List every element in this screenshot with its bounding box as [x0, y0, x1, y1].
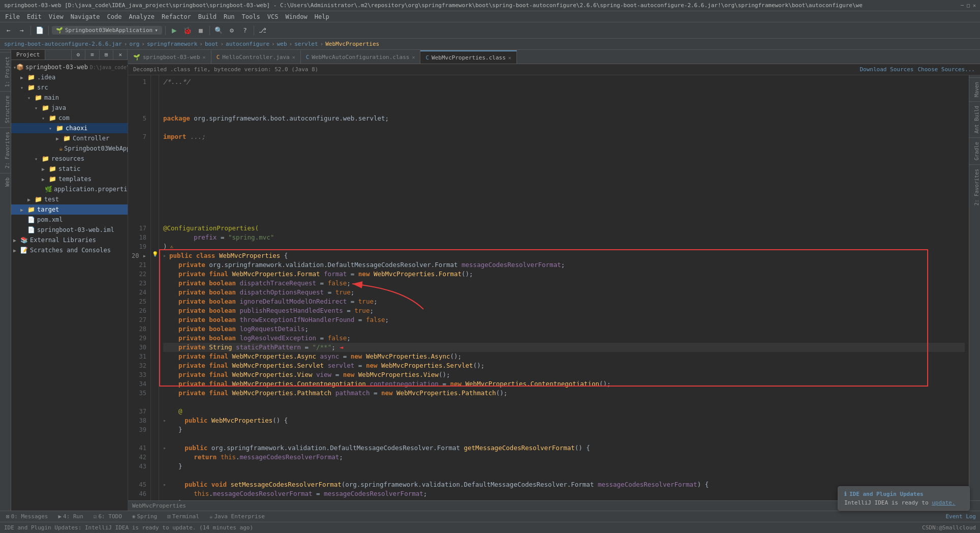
tab-webmvcauto[interactable]: C WebMvcAutoConfiguration.class ✕ [301, 50, 421, 64]
tab-terminal[interactable]: ⊡ Terminal [165, 512, 201, 521]
tab-gradle[interactable]: Gradle [969, 137, 981, 164]
git-btn[interactable]: ⎇ [257, 25, 268, 36]
notif-title-text: IDE and Plugin Updates [849, 491, 924, 497]
gutter-bulb-20[interactable]: 💡 [151, 249, 159, 258]
code-line-18: prefix = "spring.mvc" [163, 233, 965, 242]
settings-btn[interactable]: ⚙ [226, 25, 237, 36]
tab-run[interactable]: ▶ 4: Run [56, 512, 85, 521]
tree-item-scratches[interactable]: ▶ 📝 Scratches and Consoles [11, 245, 128, 255]
menu-refactor[interactable]: Refactor [159, 12, 194, 21]
tab-web[interactable]: Web [0, 173, 11, 191]
tree-item-idea[interactable]: ▶ 📁 .idea [11, 72, 128, 82]
minimize-btn[interactable]: ─ [961, 3, 964, 8]
breadcrumb-springframework[interactable]: springframework [147, 41, 197, 47]
ln-blank-11 [128, 169, 150, 178]
menu-run[interactable]: Run [221, 12, 238, 21]
tab-maven[interactable]: Maven [969, 77, 981, 101]
tree-item-appprops[interactable]: ▶ 🌿 application.properties [11, 184, 128, 194]
tree-item-main[interactable]: ▾ 📁 main [11, 93, 128, 103]
download-sources-btn[interactable]: Download Sources [860, 66, 913, 73]
breadcrumb-web[interactable]: web [277, 41, 287, 47]
tab-todo[interactable]: ☑ 6: TODO [91, 512, 124, 521]
choose-sources-btn[interactable]: Choose Sources... [917, 66, 975, 73]
run-btn[interactable]: ▶ [169, 25, 180, 36]
tab-favorites-right[interactable]: 2: Favorites [969, 164, 981, 210]
breadcrumb-class[interactable]: WebMvcProperties [325, 41, 379, 47]
help-btn[interactable]: ? [239, 25, 251, 36]
menu-code[interactable]: Code [104, 12, 125, 21]
menu-window[interactable]: Window [282, 12, 310, 21]
menu-edit[interactable]: Edit [24, 12, 45, 21]
code-content[interactable]: /*...*/ package org.springframework.boot… [159, 75, 969, 500]
back-btn[interactable]: ← [3, 25, 14, 36]
fold-20[interactable]: ▸ [163, 251, 169, 260]
code-line-27: private boolean throwExceptionIfNoHandle… [163, 315, 965, 324]
window-controls[interactable]: ─ □ ✕ [961, 3, 976, 8]
tree-item-test[interactable]: ▶ 📁 test [11, 194, 128, 204]
tree-item-src[interactable]: ▾ 📁 src [11, 82, 128, 93]
tree-item-chaoxi[interactable]: ▾ 📁 chaoxi [11, 123, 128, 133]
close-btn[interactable]: ✕ [973, 3, 976, 8]
panel-sort-btn[interactable]: ≡ [85, 50, 100, 60]
tree-item-com[interactable]: ▾ 📁 com [11, 113, 128, 123]
tab-messages[interactable]: ⊠ 0: Messages [4, 512, 50, 521]
fold-45[interactable]: ▸ [163, 480, 169, 489]
tree-item-static[interactable]: ▶ 📁 static [11, 164, 128, 174]
project-tab[interactable]: Project [11, 50, 45, 60]
tab-spring[interactable]: ❀ Spring [130, 512, 159, 521]
tab-favorites[interactable]: 2: Favorites [0, 127, 11, 172]
tree-item-target[interactable]: ▶ 📁 target [11, 204, 128, 215]
tab-structure[interactable]: Structure [0, 91, 11, 127]
breadcrumb-org[interactable]: org [129, 41, 139, 47]
stop-btn[interactable]: ■ [195, 25, 206, 36]
fold-41[interactable]: ▸ [163, 443, 169, 453]
debug-btn[interactable]: 🐞 [182, 25, 193, 36]
maximize-btn[interactable]: □ [967, 3, 970, 8]
app-selector[interactable]: 🌱 Springboot03WebApplication ▾ [52, 26, 162, 35]
breadcrumb-autoconfigure[interactable]: autoconfigure [226, 41, 269, 47]
menu-file[interactable]: File [2, 12, 23, 21]
forward-btn[interactable]: → [16, 25, 27, 36]
tab-webmvcprops[interactable]: C WebMvcProperties.class ✕ [420, 50, 516, 64]
tab-ant-build[interactable]: Ant Build [969, 101, 981, 137]
menu-vcs[interactable]: VCS [264, 12, 282, 21]
tree-item-java[interactable]: ▾ 📁 java [11, 103, 128, 113]
menu-analyze[interactable]: Analyze [126, 12, 158, 21]
tree-item-controller[interactable]: ▶ 📁 Controller [11, 133, 128, 143]
breadcrumb-jar[interactable]: spring-boot-autoconfigure-2.6.6.jar [4, 41, 122, 47]
breadcrumb-servlet[interactable]: servlet [294, 41, 318, 47]
tree-item-templates[interactable]: ▶ 📁 templates [11, 174, 128, 184]
tree-item-extlibs[interactable]: ▶ 📚 External Libraries [11, 235, 128, 245]
menu-build[interactable]: Build [195, 12, 220, 21]
tree-item-root[interactable]: ▾ 📦 springboot-03-web D:\java_code\IDEA_… [11, 62, 128, 72]
tab-close-webmvcauto[interactable]: ✕ [412, 54, 415, 60]
panel-expand-btn[interactable]: ⊞ [100, 50, 114, 60]
fold-38[interactable]: ▸ [163, 416, 169, 425]
tree-item-iml[interactable]: ▶ 📄 springboot-03-web.iml [11, 225, 128, 235]
notif-link[interactable]: update. [932, 499, 955, 506]
field-async: async [320, 352, 340, 361]
breadcrumb-boot[interactable]: boot [205, 41, 219, 47]
tab-hello-controller[interactable]: C HelloController.java ✕ [211, 50, 301, 64]
recent-files-btn[interactable]: 📄 [34, 25, 45, 36]
menu-view[interactable]: View [46, 12, 67, 21]
tab-close-project[interactable]: ✕ [203, 54, 206, 60]
tab-project[interactable]: 1: Project [0, 52, 11, 91]
tab-java-enterprise[interactable]: ☕ Java Enterprise [207, 512, 267, 521]
panel-config-btn[interactable]: ⚙ [71, 50, 86, 60]
tree-item-pom[interactable]: ▶ 📄 pom.xml [11, 215, 128, 225]
menu-navigate[interactable]: Navigate [68, 12, 103, 21]
search-everywhere-btn[interactable]: 🔍 [213, 25, 224, 36]
tab-springboot-project[interactable]: 🌱 springboot-03-web ✕ [128, 50, 211, 64]
tab-close-hello[interactable]: ✕ [292, 54, 295, 60]
eq-34: = [439, 379, 450, 389]
tab-close-webmvcprops[interactable]: ✕ [508, 55, 511, 61]
event-log-btn[interactable]: Event Log [945, 513, 976, 520]
tree-item-resources[interactable]: ▾ 📁 resources [11, 154, 128, 164]
tree-item-app[interactable]: ▶ ☕ Springboot03WebApplication [11, 143, 128, 154]
project-tree[interactable]: ▾ 📦 springboot-03-web D:\java_code\IDEA_… [11, 60, 128, 511]
panel-close-btn[interactable]: ✕ [113, 50, 128, 60]
menu-help[interactable]: Help [312, 12, 332, 21]
code-editor[interactable]: 1 5 7 17 18 19 20 ▸ 21 [128, 75, 980, 500]
menu-tools[interactable]: Tools [239, 12, 263, 21]
